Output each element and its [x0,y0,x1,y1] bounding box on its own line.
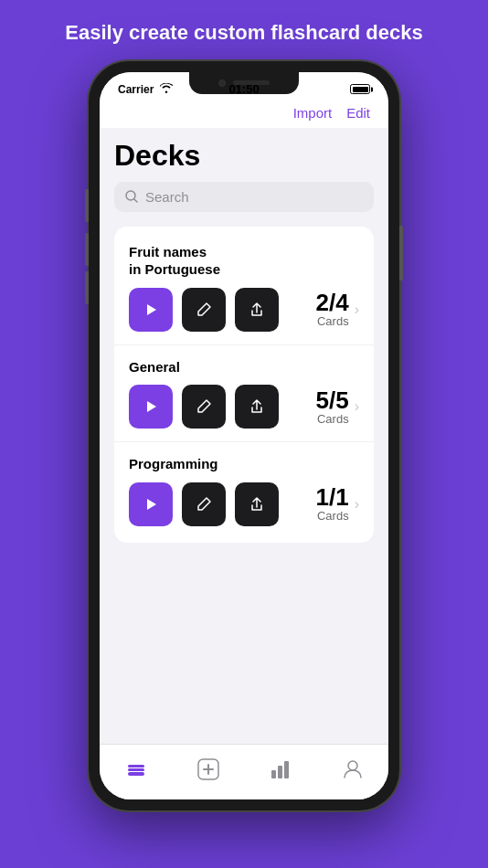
chevron-icon-1: › [355,398,359,415]
app-header: Import Edit [100,101,388,128]
share-icon-0 [248,301,266,319]
edit-button-2[interactable] [182,482,226,526]
battery-fill [353,87,368,92]
deck-row-2: 1/1 Cards › [129,482,359,526]
phone-frame: Carrier 01:50 Import Edit [89,61,399,810]
deck-actions-0 [129,288,279,332]
decks-tab-icon [124,757,148,781]
edit-icon-1 [195,397,213,416]
deck-info-1: 5/5 Cards › [316,388,359,426]
edit-icon-2 [195,495,213,513]
play-button-0[interactable] [129,288,173,332]
deck-name-2: Programming [129,455,359,473]
edit-button-1[interactable] [182,385,226,429]
svg-point-14 [348,761,357,770]
deck-count-1: 5/5 Cards [316,388,349,426]
app-headline: Easily create custom flashcard decks [43,0,444,61]
status-left: Carrier [118,83,173,96]
svg-rect-6 [128,768,144,771]
status-time: 01:50 [228,82,259,96]
add-tab-icon [196,757,220,781]
share-icon-2 [248,495,266,513]
tab-add[interactable] [182,754,235,785]
decks-list: Fruit namesin Portuguese [114,227,374,543]
deck-item-1: General [114,345,374,443]
status-right [350,84,370,94]
svg-rect-11 [271,770,276,778]
deck-count-num-1: 5/5 [316,388,349,412]
tab-profile[interactable] [326,754,379,785]
svg-rect-12 [278,766,282,778]
svg-rect-7 [128,772,144,776]
deck-name-0: Fruit namesin Portuguese [129,243,359,279]
chevron-icon-0: › [355,302,359,318]
phone-screen: Carrier 01:50 Import Edit [100,72,388,799]
deck-count-label-1: Cards [316,412,349,426]
tab-stats[interactable] [254,754,307,785]
play-icon-0 [142,301,160,319]
svg-marker-2 [147,304,156,315]
deck-count-num-0: 2/4 [316,291,349,314]
share-button-2[interactable] [235,482,279,526]
app-content: Decks Search Fruit namesin Portuguese [100,128,388,744]
share-button-1[interactable] [235,385,279,429]
deck-row-0: 2/4 Cards › [129,288,359,332]
search-icon [125,190,138,203]
edit-button-0[interactable] [182,288,226,332]
deck-count-2: 1/1 Cards [316,485,349,523]
play-icon-2 [142,495,160,513]
deck-name-1: General [129,358,359,376]
play-button-2[interactable] [129,482,173,526]
deck-count-label-0: Cards [316,314,349,328]
chevron-icon-2: › [355,496,359,513]
wifi-icon [160,83,173,96]
deck-actions-2 [129,482,279,526]
page-title: Decks [114,128,374,182]
deck-count-label-2: Cards [316,509,349,523]
tab-decks[interactable] [110,754,163,785]
share-button-0[interactable] [235,288,279,332]
search-placeholder: Search [145,189,189,205]
deck-info-0: 2/4 Cards › [316,291,359,328]
deck-actions-1 [129,385,279,429]
stats-tab-icon [269,757,292,781]
edit-button[interactable]: Edit [346,105,370,121]
deck-count-num-2: 1/1 [316,485,349,509]
play-button-1[interactable] [129,385,173,429]
profile-tab-icon [341,757,365,781]
tab-bar [100,744,388,799]
search-bar[interactable]: Search [114,182,374,212]
deck-row-1: 5/5 Cards › [129,385,359,429]
deck-info-2: 1/1 Cards › [316,485,359,523]
deck-item-2: Programming [114,442,374,539]
svg-line-1 [134,199,137,202]
deck-item-0: Fruit namesin Portuguese [114,230,374,345]
edit-icon-0 [195,301,213,319]
carrier-label: Carrier [118,83,154,96]
play-icon-1 [142,397,160,416]
deck-count-0: 2/4 Cards [316,291,349,328]
svg-rect-13 [284,761,289,778]
svg-marker-4 [147,499,156,510]
share-icon-1 [248,397,266,416]
svg-marker-3 [147,401,156,412]
svg-rect-5 [128,765,144,767]
notch-camera [218,79,226,87]
import-button[interactable]: Import [293,105,333,121]
battery-icon [350,84,370,94]
